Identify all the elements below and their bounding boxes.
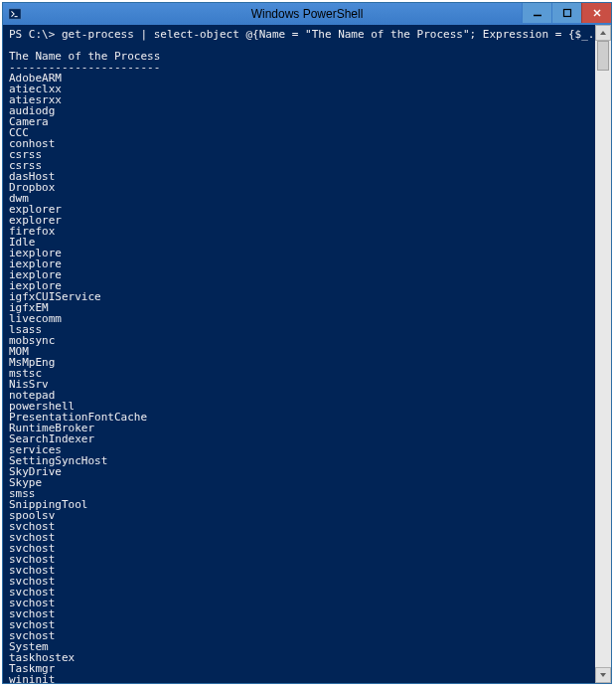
terminal-area[interactable]: PS C:\> get-process | select-object @{Na…	[3, 25, 611, 683]
vertical-scrollbar[interactable]	[595, 25, 611, 683]
close-button[interactable]	[581, 3, 611, 23]
scroll-up-button[interactable]	[595, 25, 611, 41]
window-title: Windows PowerShell	[251, 7, 364, 21]
powershell-icon	[8, 7, 22, 21]
minimize-button[interactable]	[522, 3, 551, 23]
svg-rect-0	[9, 9, 21, 20]
terminal-content[interactable]: PS C:\> get-process | select-object @{Na…	[3, 25, 611, 683]
window-controls	[522, 3, 611, 23]
scroll-down-button[interactable]	[595, 667, 611, 683]
scroll-thumb[interactable]	[597, 41, 609, 71]
maximize-button[interactable]	[551, 3, 581, 23]
powershell-window: Windows PowerShell PS C:\> get-process |…	[2, 2, 612, 684]
svg-rect-3	[563, 10, 570, 17]
titlebar[interactable]: Windows PowerShell	[3, 3, 611, 25]
scroll-track[interactable]	[595, 41, 611, 667]
